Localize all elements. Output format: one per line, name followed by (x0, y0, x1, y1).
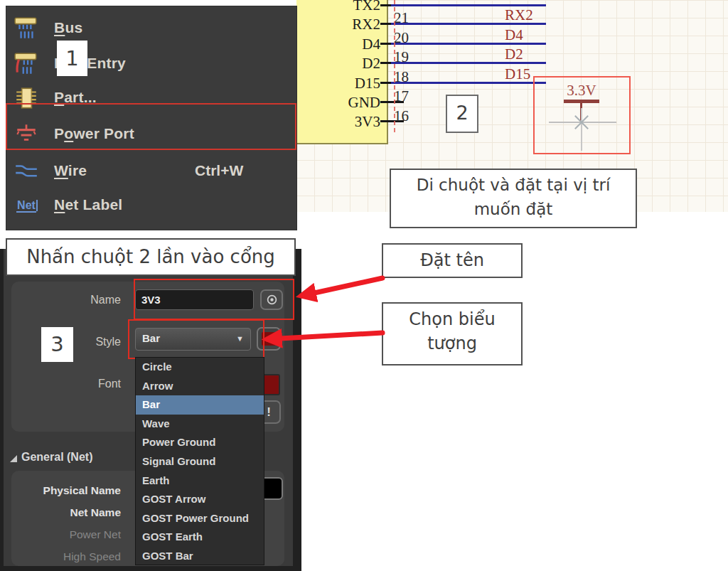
pin-number: 21 (394, 9, 419, 27)
label-part: ire (68, 162, 87, 178)
pin-number: 18 (394, 68, 419, 86)
label-part: W (54, 162, 68, 178)
style-option-gost-earth[interactable]: GOST Earth (136, 528, 264, 547)
name-field-label: Name (43, 294, 121, 306)
step-2-badge: 2 (446, 95, 478, 133)
menu-item-label: Net Label (54, 196, 122, 213)
power-port-highlight-outline (6, 103, 296, 150)
net-label: D15 (505, 65, 530, 83)
style-option-earth[interactable]: Earth (136, 471, 264, 491)
power-net-label: Power Net (28, 528, 121, 541)
net-label-icon-text: Net (16, 199, 36, 213)
bus-entry-icon (14, 52, 41, 78)
label-part: B (54, 19, 65, 36)
pin-number: 16 (394, 107, 419, 125)
pin-name: D4 (302, 36, 380, 53)
step-1-badge: 1 (57, 41, 87, 76)
menu-item-label: Wire (54, 162, 87, 179)
name-row-outline (134, 279, 294, 320)
style-option-gost-power-ground[interactable]: GOST Power Ground (136, 509, 264, 528)
style-option-gost-arrow[interactable]: GOST Arrow (136, 490, 264, 509)
power-port-net-label: 3.3V (559, 82, 604, 100)
menu-item-wire[interactable]: Wire Ctrl+W (6, 159, 296, 185)
net-name-label: Net Name (28, 506, 121, 519)
menu-shortcut: Ctrl+W (195, 162, 243, 179)
menu-item-label: Bus (54, 19, 82, 36)
pin-number: 19 (394, 48, 419, 66)
pin-name: TX2 (302, 0, 380, 14)
erc-marker-line (394, 0, 395, 132)
choose-symbol-line1: Chọn biểu (383, 307, 521, 331)
choose-symbol-line2: tượng (383, 331, 521, 356)
style-option-gost-bar[interactable]: GOST Bar (136, 547, 264, 566)
move-hint-line2: muốn đặt (391, 197, 636, 221)
move-hint-line1: Di chuột và đặt tại vị trí (391, 173, 636, 197)
bus-icon (14, 16, 41, 42)
label-part: us (65, 19, 82, 36)
style-option-signal-ground[interactable]: Signal Ground (136, 452, 264, 471)
arrow-to-name-field (301, 278, 382, 296)
menu-item-bus-entry[interactable]: Bus Entry (6, 52, 296, 78)
net-label: D2 (505, 46, 523, 63)
menu-item-bus[interactable]: Bus (6, 16, 296, 42)
pin-name: GND (302, 94, 380, 112)
label-part: et Label (65, 196, 122, 213)
menu-item-net-label[interactable]: Net Net Label (6, 193, 296, 219)
pin-name: 3V3 (302, 113, 380, 131)
style-option-bar[interactable]: Bar (136, 395, 264, 415)
pin-name: D2 (302, 55, 380, 73)
tutorial-page: TX2 RX2 D4 D2 D15 GND 3V3 21 20 19 18 17… (0, 0, 728, 571)
physical-name-label: Physical Name (28, 484, 121, 497)
net-label: D4 (505, 26, 523, 44)
style-row-outline (128, 319, 264, 359)
style-option-circle[interactable]: Circle (136, 358, 264, 377)
style-option-arrow[interactable]: Arrow (136, 377, 264, 396)
style-option-wave[interactable]: Wave (136, 415, 264, 434)
pin-number: 17 (394, 87, 419, 105)
choose-symbol-callout: Chọn biểu tượng (382, 302, 523, 365)
step-3-badge: 3 (41, 327, 73, 362)
high-speed-label: High Speed (28, 550, 121, 563)
cursor-crosshair-v (581, 108, 582, 151)
cursor-line (36, 200, 38, 211)
wire-icon (14, 159, 41, 185)
font-field-label: Font (43, 378, 121, 390)
move-hint-box: Di chuột và đặt tại vị trí muốn đặt (390, 169, 637, 228)
pin-number: 20 (394, 29, 419, 47)
double-click-hint-box: Nhấn chuột 2 lần vào cổng (6, 238, 296, 276)
net-label: RX2 (505, 6, 533, 24)
style-options-list: Circle Arrow Bar Wave Power Ground Signa… (135, 357, 264, 565)
set-name-callout: Đặt tên (382, 243, 523, 278)
net-label-icon: Net (14, 193, 41, 219)
general-net-section-header[interactable]: General (Net) (21, 451, 92, 464)
style-option-power-ground[interactable]: Power Ground (136, 433, 264, 452)
pin-name: RX2 (302, 16, 380, 33)
pin-name: D15 (302, 75, 380, 92)
label-part: N (54, 196, 65, 213)
